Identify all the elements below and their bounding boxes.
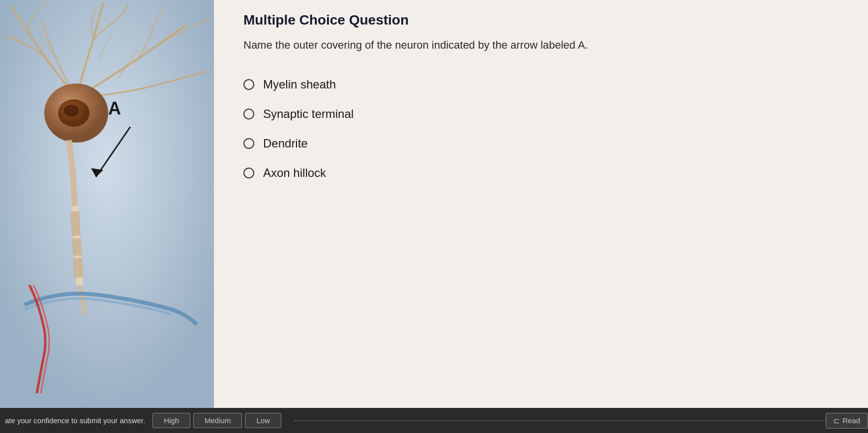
radio-dendrite[interactable] xyxy=(243,138,254,149)
radio-axon-hillock[interactable] xyxy=(243,168,254,178)
svg-rect-0 xyxy=(0,0,214,408)
read-button[interactable]: ⊏ Read xyxy=(826,413,868,429)
radio-myelin-sheath[interactable] xyxy=(243,79,254,90)
bottom-bar: ate your confidence to submit your answe… xyxy=(0,408,868,433)
svg-point-3 xyxy=(64,105,79,116)
dotted-separator xyxy=(294,420,853,421)
medium-confidence-button[interactable]: Medium xyxy=(193,413,242,428)
read-icon: ⊏ xyxy=(834,416,840,425)
neuron-image-panel: A xyxy=(0,0,214,408)
question-title: Multiple Choice Question xyxy=(243,12,838,28)
option-label-dendrite: Dendrite xyxy=(263,137,308,150)
option-label-axon-hillock: Axon hillock xyxy=(263,166,326,180)
radio-synaptic-terminal[interactable] xyxy=(243,109,254,119)
confidence-instruction: ate your confidence to submit your answe… xyxy=(5,416,145,425)
question-text: Name the outer covering of the neuron in… xyxy=(243,38,838,53)
option-label-synaptic-terminal: Synaptic terminal xyxy=(263,107,354,121)
option-myelin-sheath[interactable]: Myelin sheath xyxy=(243,78,838,91)
label-a: A xyxy=(108,98,121,119)
high-confidence-button[interactable]: High xyxy=(152,413,190,428)
option-synaptic-terminal[interactable]: Synaptic terminal xyxy=(243,107,838,121)
option-dendrite[interactable]: Dendrite xyxy=(243,137,838,150)
question-panel: Multiple Choice Question Name the outer … xyxy=(214,0,868,408)
neuron-illustration xyxy=(0,0,214,408)
option-axon-hillock[interactable]: Axon hillock xyxy=(243,166,838,180)
option-label-myelin-sheath: Myelin sheath xyxy=(263,78,336,91)
read-label: Read xyxy=(842,416,860,425)
low-confidence-button[interactable]: Low xyxy=(245,413,281,428)
answer-options: Myelin sheath Synaptic terminal Dendrite… xyxy=(243,78,838,180)
